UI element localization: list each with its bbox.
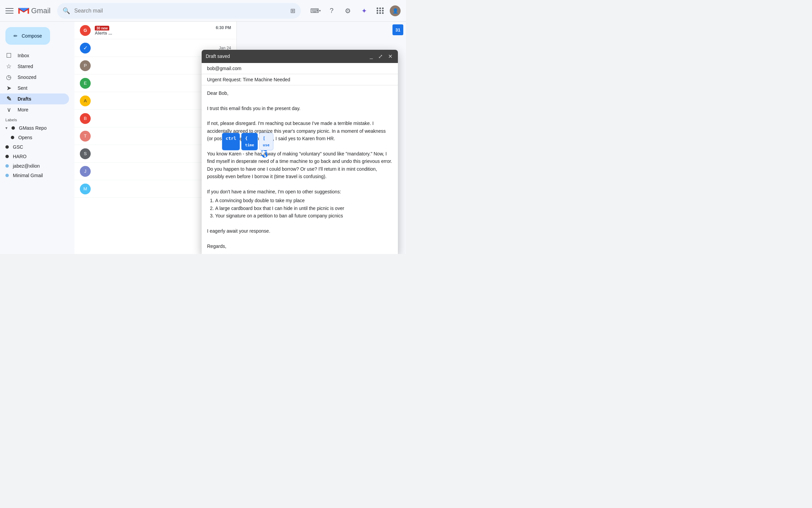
compose-icon: ✏ [14, 33, 18, 39]
sidebar-item-starred[interactable]: ☆ Starred [0, 61, 69, 72]
body-p4: If you don't have a time machine, I'm op… [207, 188, 392, 195]
avatar: E [80, 78, 91, 89]
bracket-open-key: {time [241, 133, 258, 150]
hamburger-menu[interactable] [5, 7, 14, 15]
sidebar-item-label: Starred [18, 64, 64, 69]
sidebar-item-more[interactable]: ∨ More [0, 104, 69, 115]
avatar: B [80, 113, 91, 124]
compose-button[interactable]: ✏ Compose [5, 27, 50, 45]
body-list: A convincing body double to take my plac… [215, 197, 392, 219]
user-avatar[interactable]: 👤 [390, 5, 401, 16]
keyboard-icon-btn[interactable]: ⌨ ▾ [309, 4, 322, 18]
sidebar-item-snoozed[interactable]: ◷ Snoozed [0, 72, 69, 83]
email-sender: 30 new [95, 25, 142, 30]
label-dot [5, 174, 9, 177]
sidebar-item-label: Snoozed [18, 75, 64, 80]
body-greeting: Dear Bob, [207, 89, 392, 97]
compose-body[interactable]: Dear Bob, I trust this email finds you i… [202, 85, 398, 254]
compose-subject-value: Urgent Request: Time Machine Needed [207, 77, 392, 82]
compose-header: Draft saved _ ⤢ ✕ [202, 50, 398, 63]
body-p5: I eagerly await your response. [207, 227, 392, 235]
sidebar-item-sent[interactable]: ➤ Sent [0, 83, 69, 93]
compose-to-field[interactable]: bob@gmail.com [202, 63, 398, 74]
shortcut-tooltip: ctrl {time [use [222, 133, 273, 150]
label-dot [5, 155, 9, 158]
close-compose-btn[interactable]: ✕ [387, 52, 394, 60]
side-widgets: 31 [392, 24, 403, 35]
sidebar-label-minimal-gmail[interactable]: Minimal Gmail [0, 171, 69, 180]
email-row[interactable]: G 30 new 6:30 PM Alerts ... [74, 22, 236, 39]
list-item: A large cardboard box that I can hide in… [215, 205, 392, 212]
email-time: 6:30 PM [216, 25, 231, 30]
minimize-btn[interactable]: _ [368, 52, 374, 60]
label-dot [12, 126, 15, 130]
label-dot [5, 145, 9, 149]
compose-title: Draft saved [206, 54, 366, 59]
avatar: S [80, 148, 91, 159]
avatar: P [80, 60, 91, 71]
avatar: T [80, 131, 91, 142]
gemini-btn[interactable]: ✦ [357, 4, 371, 18]
top-bar-actions: ⌨ ▾ ? ⚙ ✦ 👤 [309, 4, 401, 18]
drafts-icon: ✎ [5, 95, 12, 103]
sidebar-item-label: Drafts [18, 96, 64, 102]
labels-section-title: Labels [0, 115, 74, 123]
gemini-icon: ✦ [361, 7, 367, 15]
body-closing: Regards, [207, 242, 392, 250]
sidebar-item-label: Sent [18, 85, 64, 91]
search-bar[interactable]: 🔍 ⊞ [57, 3, 301, 19]
avatar: J [80, 166, 91, 177]
inbox-icon: ☐ [5, 52, 12, 59]
clock-icon: ◷ [5, 73, 12, 81]
top-bar: Gmail 🔍 ⊞ ⌨ ▾ ? ⚙ ✦ 👤 [0, 0, 406, 22]
apps-btn[interactable] [374, 4, 387, 18]
apps-grid-icon [377, 7, 384, 14]
label-dot [5, 164, 9, 168]
help-btn[interactable]: ? [325, 4, 338, 18]
sidebar-label-haro[interactable]: HARO [0, 152, 69, 161]
sidebar-item-inbox[interactable]: ☐ Inbox [0, 50, 69, 61]
avatar: A [80, 96, 91, 106]
expand-icon: ▾ [5, 126, 7, 130]
star-icon: ☆ [5, 63, 12, 70]
gmail-logo: Gmail [18, 6, 50, 15]
sidebar-item-drafts[interactable]: ✎ Drafts [0, 93, 69, 104]
email-preview: Alerts ... [95, 30, 231, 36]
ctrl-key: ctrl [222, 133, 240, 150]
sidebar: ✏ Compose ☐ Inbox ☆ Starred ◷ Snoozed ➤ … [0, 22, 74, 254]
compose-to-value: bob@gmail.com [207, 66, 392, 71]
send-icon: ➤ [5, 84, 12, 92]
gear-icon: ⚙ [345, 7, 351, 15]
compose-subject-field[interactable]: Urgent Request: Time Machine Needed [202, 74, 398, 85]
keyboard-icon: ⌨ [310, 7, 319, 15]
bracket-close-key: [use [259, 133, 273, 150]
compose-modal: Draft saved _ ⤢ ✕ bob@gmail.com Urgent R… [202, 50, 398, 254]
help-icon: ? [330, 7, 333, 15]
new-badge: 30 new [95, 26, 109, 30]
body-p3: You know Karen - she has a way of making… [207, 150, 392, 181]
chevron-down-icon: ∨ [5, 106, 12, 113]
expand-btn[interactable]: ⤢ [377, 52, 384, 60]
list-item: A convincing body double to take my plac… [215, 197, 392, 204]
settings-btn[interactable]: ⚙ [341, 4, 355, 18]
search-filter-icon[interactable]: ⊞ [290, 7, 295, 15]
list-item: Your signature on a petition to ban all … [215, 212, 392, 219]
avatar: M [80, 184, 91, 194]
body-p1: I trust this email finds you in the pres… [207, 105, 392, 112]
avatar: G [80, 25, 91, 36]
sidebar-label-jabez[interactable]: jabez@xilion [0, 161, 69, 171]
calendar-widget[interactable]: 31 [392, 24, 403, 35]
sidebar-label-opens[interactable]: Opens [0, 133, 69, 142]
compose-header-actions: _ ⤢ ✕ [368, 52, 394, 60]
search-input[interactable] [74, 8, 286, 14]
sidebar-item-label: Inbox [18, 53, 64, 58]
sidebar-label-gmass-repo[interactable]: ▾ GMass Repo [0, 123, 69, 133]
main-layout: ✏ Compose ☐ Inbox ☆ Starred ◷ Snoozed ➤ … [0, 22, 406, 254]
avatar: ✓ [80, 43, 91, 54]
search-icon: 🔍 [63, 7, 70, 15]
label-dot [11, 136, 14, 139]
gmail-label: Gmail [31, 6, 50, 15]
sidebar-item-label: More [18, 107, 64, 112]
sidebar-label-gsc[interactable]: GSC [0, 142, 69, 152]
